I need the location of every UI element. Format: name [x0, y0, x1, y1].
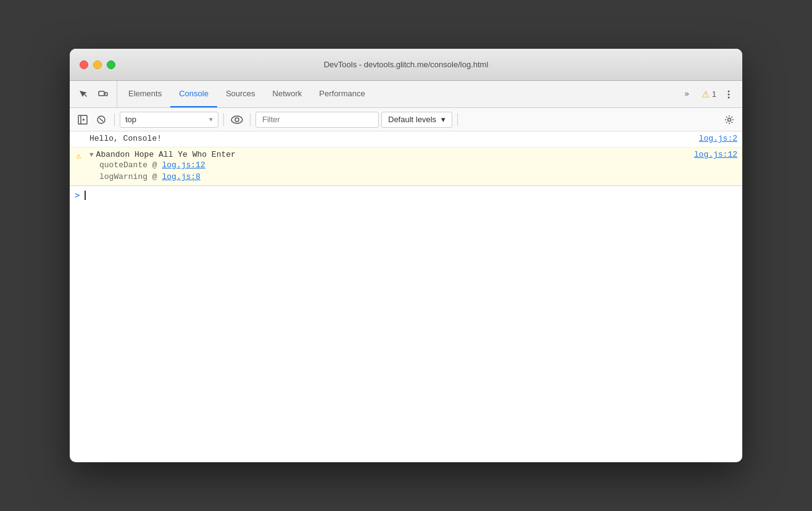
warning-badge[interactable]: ⚠ 1 [702, 89, 716, 100]
console-output: Hello, Console! log.js:2 ⚠ ▼ Abandon Hop… [70, 131, 742, 462]
stack-line-2: logWarning @ log.js:8 [89, 171, 684, 183]
live-expressions-button[interactable] [229, 112, 245, 128]
devtools-window: DevTools - devtools.glitch.me/console/lo… [70, 49, 742, 462]
log-entry-warning-content: ▼ Abandon Hope All Ye Who Enter quoteDan… [89, 150, 684, 183]
tab-sources[interactable]: Sources [217, 81, 264, 107]
svg-rect-1 [105, 93, 107, 96]
log-entry-hello-text: Hello, Console! [89, 134, 162, 143]
expand-arrow-icon[interactable]: ▼ [89, 151, 94, 159]
log-entry-hello-source[interactable]: log.js:2 [689, 134, 737, 143]
context-dropdown-arrow: ▾ [209, 115, 213, 123]
traffic-lights [80, 60, 115, 69]
console-cursor [85, 191, 86, 200]
tab-console[interactable]: Console [170, 81, 217, 107]
log-entry-hello: Hello, Console! log.js:2 [70, 131, 742, 147]
console-prompt-symbol: > [75, 190, 80, 200]
toolbar-divider-3 [250, 114, 251, 126]
warning-header: ▼ Abandon Hope All Ye Who Enter [89, 150, 684, 159]
svg-line-9 [99, 118, 103, 122]
device-toolbar-button[interactable] [94, 86, 112, 103]
more-tabs-button[interactable]: » [676, 81, 698, 107]
clear-console-button[interactable] [93, 112, 109, 128]
svg-point-12 [728, 118, 731, 121]
tab-network[interactable]: Network [264, 81, 311, 107]
log-entry-hello-content: Hello, Console! [89, 134, 689, 143]
sidebar-toggle-button[interactable] [75, 112, 91, 128]
svg-point-4 [728, 96, 730, 98]
tabbar: Elements Console Sources Network Perform… [70, 81, 742, 108]
levels-arrow: ▾ [441, 115, 445, 124]
window-title: DevTools - devtools.glitch.me/console/lo… [324, 60, 489, 69]
more-options-button[interactable] [720, 86, 737, 103]
console-toolbar: top ▾ Default levels ▾ [70, 108, 742, 131]
stack-fn-2: logWarning @ [99, 172, 162, 181]
warning-entry-text: Abandon Hope All Ye Who Enter [96, 150, 236, 159]
console-settings-button[interactable] [721, 112, 737, 128]
stack-line-1: quoteDante @ log.js:12 [89, 159, 684, 171]
svg-rect-0 [99, 91, 104, 96]
tabbar-icons [75, 81, 117, 107]
svg-point-3 [728, 93, 730, 95]
inspect-element-button[interactable] [75, 86, 92, 103]
stack-fn-1: quoteDante @ [99, 160, 162, 170]
svg-marker-7 [83, 118, 85, 121]
stack-link-1[interactable]: log.js:12 [162, 160, 205, 170]
toolbar-divider-4 [457, 114, 458, 126]
svg-point-10 [231, 116, 242, 123]
log-entry-warning-source[interactable]: log.js:12 [684, 150, 737, 159]
tabbar-right: » ⚠ 1 [676, 81, 737, 107]
tab-elements[interactable]: Elements [120, 81, 170, 107]
filter-input[interactable] [255, 112, 379, 128]
svg-point-2 [728, 90, 730, 92]
warning-entry-icon: ⚠ [76, 151, 81, 161]
titlebar: DevTools - devtools.glitch.me/console/lo… [70, 49, 742, 81]
tab-performance[interactable]: Performance [310, 81, 373, 107]
close-button[interactable] [80, 60, 88, 69]
stack-link-2[interactable]: log.js:8 [162, 172, 200, 181]
warning-icon: ⚠ [702, 89, 710, 100]
minimize-button[interactable] [93, 60, 102, 69]
console-input-row[interactable]: > [70, 186, 742, 204]
log-levels-button[interactable]: Default levels ▾ [381, 112, 452, 128]
log-entry-warning: ⚠ ▼ Abandon Hope All Ye Who Enter quoteD… [70, 147, 742, 186]
toolbar-divider-2 [223, 114, 224, 126]
maximize-button[interactable] [107, 60, 115, 69]
toolbar-divider-1 [114, 114, 115, 126]
context-selector[interactable]: top ▾ [120, 112, 218, 128]
svg-point-11 [235, 118, 239, 122]
